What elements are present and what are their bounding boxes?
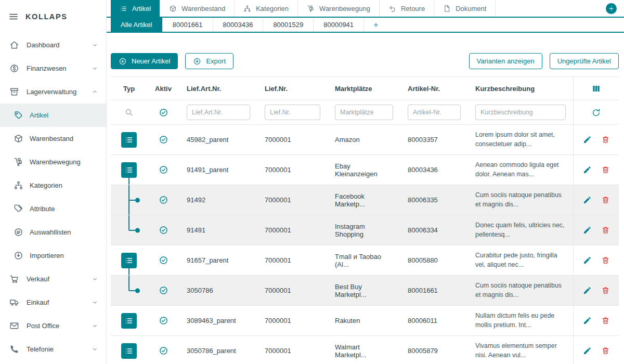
delete-button[interactable] [601, 346, 610, 355]
tab-dokument[interactable]: Dokument [434, 0, 496, 17]
tab-artikel[interactable]: Artikel [111, 0, 160, 17]
edit-button[interactable] [583, 256, 592, 265]
table-row[interactable]: 45982_parent 7000001 Amazon 80003357 Lor… [111, 125, 619, 155]
sidebar-item-dashboard[interactable]: Dashboard [0, 33, 106, 57]
variant-list-button[interactable] [121, 343, 137, 359]
delete-button[interactable] [601, 135, 610, 144]
kurzbeschreibung-cell: Donec quam felis, ultricies nec, pellent… [468, 221, 573, 239]
show-variants-button[interactable]: Varianten anzeigen [469, 53, 542, 69]
sidebar-item-telefonie[interactable]: Telefonie [0, 337, 106, 361]
edit-button[interactable] [583, 165, 592, 174]
delete-button[interactable] [601, 256, 610, 265]
pencil-icon [583, 226, 592, 235]
edit-button[interactable] [583, 226, 592, 235]
trash-icon [601, 316, 610, 325]
pencil-icon [583, 256, 592, 265]
table-row[interactable]: 91492 7000001 Facebook Marketp... 800063… [111, 185, 619, 215]
article-tab-80000941[interactable]: 80000941 [313, 18, 363, 32]
article-tab-80001661[interactable]: 80001661 [162, 18, 213, 32]
export-button[interactable]: Export [185, 53, 233, 69]
tab-warenbewegung[interactable]: Warenbewegung [297, 0, 379, 17]
new-article-label: Neuer Artikel [132, 57, 170, 65]
tree-node-dot [135, 228, 140, 232]
stock-icon [14, 134, 23, 144]
sidebar-item-kategorien[interactable]: Kategorien [0, 174, 106, 197]
variant-list-button[interactable] [121, 253, 137, 268]
table-row[interactable]: 3050786_parent 7000001 Walmart Marketpl.… [111, 336, 619, 364]
lief-nr-cell: 7000001 [257, 317, 328, 324]
sidebar-item-artikel[interactable]: Artikel [0, 103, 106, 127]
marktplatz-cell: Rakuten [328, 317, 400, 324]
col-header-artikel-nr[interactable]: Artikel-Nr. [400, 85, 468, 93]
artikel-nr-cell: 80006011 [400, 317, 468, 324]
active-cell [147, 346, 179, 356]
edit-button[interactable] [583, 135, 592, 144]
col-header-typ[interactable]: Typ [111, 85, 147, 93]
filter-kurzbeschreibung-input[interactable] [475, 105, 566, 120]
active-status-icon [159, 135, 168, 145]
sidebar-item-verkauf[interactable]: Verkauf [0, 267, 106, 291]
sidebar-item-warenbestand[interactable]: Warenbestand [0, 127, 106, 150]
sidebar-item-attribute[interactable]: Attribute [0, 197, 106, 220]
articles-table: Typ Aktiv Lief.Art.Nr. Lief.Nr. Marktplä… [111, 76, 619, 364]
edit-button[interactable] [583, 196, 592, 204]
delete-button[interactable] [601, 165, 610, 174]
article-tab-alle-artikel[interactable]: Alle Artikel [111, 18, 162, 32]
filter-artikel-nr-input[interactable] [408, 105, 461, 120]
article-tab-80003436[interactable]: 80003436 [213, 18, 263, 32]
variant-list-button[interactable] [121, 132, 137, 148]
edit-button[interactable] [583, 316, 592, 325]
sidebar-item-warenbewegung[interactable]: Warenbewegung [0, 150, 106, 174]
sidebar-item-importieren[interactable]: Importieren [0, 244, 106, 267]
tab-kategorien[interactable]: Kategorien [234, 0, 297, 17]
new-article-button[interactable]: Neuer Artikel [111, 53, 178, 69]
sidebar-item-auswahllisten[interactable]: Auswahllisten [0, 220, 106, 244]
variant-list-button[interactable] [121, 313, 137, 329]
artikel-nr-cell: 80003436 [400, 166, 468, 174]
table-row[interactable]: 91491_parent 7000001 Ebay Kleinanzeigen … [111, 155, 619, 185]
active-filter-icon[interactable] [159, 108, 168, 118]
delete-button[interactable] [601, 226, 610, 235]
artikel-nr-cell: 80005880 [400, 256, 468, 264]
tab-retoure[interactable]: Retoure [379, 0, 434, 17]
table-row[interactable]: 91491 7000001 Instagram Shopping 8000633… [111, 215, 619, 245]
edit-button[interactable] [583, 346, 592, 355]
sidebar-item-lagerverwaltung[interactable]: Lagerverwaltung [0, 80, 106, 103]
add-tab-button[interactable] [606, 3, 617, 14]
refresh-icon[interactable] [591, 108, 601, 118]
edit-button[interactable] [583, 286, 592, 295]
columns-icon[interactable] [591, 84, 601, 94]
tree-line [128, 276, 129, 291]
menu-icon[interactable] [8, 11, 19, 22]
variant-list-button[interactable] [121, 162, 137, 178]
truck-icon [9, 297, 19, 307]
sidebar-item-label: Finanzwesen [27, 64, 91, 72]
table-row[interactable]: 91657_parent 7000001 Tmall и Taobao (Al.… [111, 245, 619, 276]
unverified-articles-button[interactable]: Ungeprüfte Artikel [550, 53, 619, 69]
sidebar-item-einkauf[interactable]: Einkauf [0, 291, 106, 314]
table-row[interactable]: 3089463_parent 7000001 Rakuten 80006011 … [111, 306, 619, 336]
home-icon [9, 40, 19, 50]
lief-nr-cell: 7000001 [257, 226, 328, 234]
sidebar-item-finanzwesen[interactable]: Finanzwesen [0, 57, 106, 80]
col-header-marktplaetze[interactable]: Marktplätze [328, 85, 400, 93]
delete-button[interactable] [601, 316, 610, 325]
download-icon [193, 57, 201, 66]
table-row[interactable]: 3050786 7000001 Best Buy Marketpl... 800… [111, 276, 619, 306]
filter-lief-nr-input[interactable] [265, 105, 320, 120]
col-header-lief-nr[interactable]: Lief.Nr. [257, 85, 328, 93]
filter-marktplaetze-input[interactable] [335, 105, 393, 120]
lief-art-nr-cell: 91491_parent [179, 166, 257, 174]
delete-button[interactable] [601, 196, 610, 204]
pencil-icon [583, 135, 592, 144]
col-header-aktiv[interactable]: Aktiv [147, 85, 179, 93]
col-header-kurzbeschreibung[interactable]: Kurzbeschreibung [468, 85, 573, 93]
add-article-tab-button[interactable] [363, 18, 388, 32]
col-header-lief-art-nr[interactable]: Lief.Art.Nr. [179, 85, 257, 93]
article-tab-80001529[interactable]: 80001529 [263, 18, 313, 32]
sidebar-item-post-office[interactable]: Post Office [0, 314, 106, 337]
tab-warenbestand[interactable]: Warenbestand [160, 0, 234, 17]
sidebar-item-label: Artikel [30, 111, 99, 119]
delete-button[interactable] [601, 286, 610, 295]
filter-lief-art-nr-input[interactable] [187, 105, 250, 120]
